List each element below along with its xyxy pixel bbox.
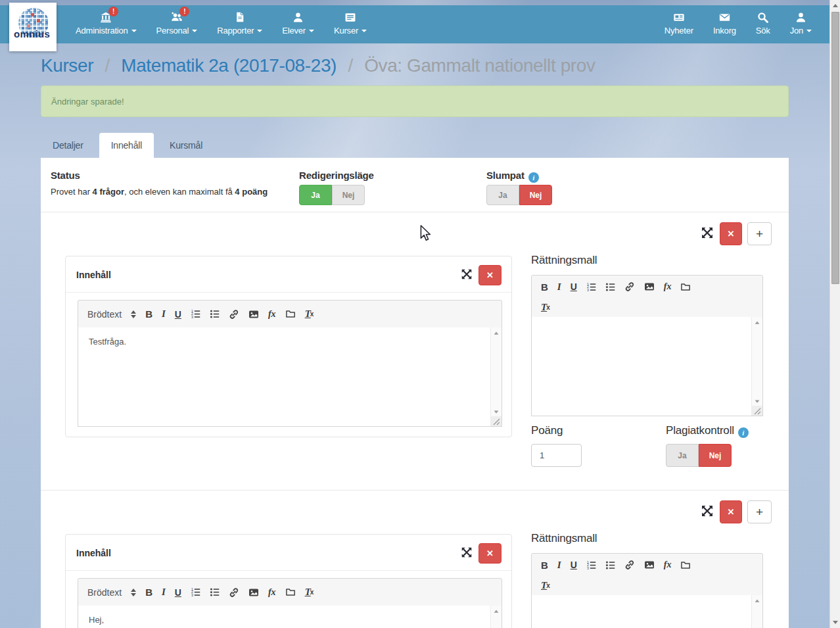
bold-icon[interactable]: B [145, 308, 152, 320]
image-icon[interactable] [644, 281, 655, 292]
expand-arrows-icon[interactable] [460, 268, 473, 281]
scroll-down-arrow[interactable] [833, 621, 838, 624]
remove-question-button[interactable]: ✕ [720, 222, 742, 245]
add-question-button[interactable]: + [747, 500, 772, 523]
innehall-title: Innehåll [76, 270, 111, 280]
scrollbar-thumb[interactable] [831, 12, 839, 284]
image-icon[interactable] [644, 560, 655, 570]
link-icon[interactable] [624, 560, 635, 570]
breadcrumb-link-kurser[interactable]: Kurser [41, 55, 93, 76]
clear-format-icon[interactable]: Tx [541, 302, 550, 313]
folder-icon[interactable] [680, 560, 691, 570]
rattningsmall-textarea[interactable] [531, 317, 763, 416]
nav-item-rapporter[interactable]: Rapporter [207, 5, 272, 43]
image-icon[interactable] [248, 309, 259, 320]
nav-item-nyheter[interactable]: Nyheter [655, 5, 703, 43]
omnius-logo[interactable]: omnius [9, 3, 57, 51]
slumpat-nej-button[interactable]: Nej [519, 185, 552, 205]
textarea-scrollbar[interactable] [490, 327, 502, 426]
info-icon[interactable]: i [738, 427, 749, 438]
tab-innehall[interactable]: Innehåll [99, 133, 154, 158]
formula-icon[interactable]: fx [268, 309, 276, 320]
underline-icon[interactable]: U [175, 309, 181, 320]
underline-icon[interactable]: U [571, 560, 577, 570]
nav-item-personal[interactable]: ! Personal [147, 5, 208, 43]
resize-grip[interactable] [490, 416, 502, 426]
nav-item-administration[interactable]: ! Administration [66, 5, 147, 43]
content-textarea[interactable]: Testfråga. [78, 327, 502, 427]
plagiatkontroll-ja-button[interactable]: Ja [666, 444, 699, 467]
unordered-list-icon[interactable] [605, 560, 615, 570]
bold-icon[interactable]: B [541, 281, 548, 293]
remove-content-button[interactable]: ✕ [478, 265, 502, 285]
add-question-button[interactable]: + [747, 222, 772, 245]
plagiatkontroll-label: Plagiatkontrolli [666, 424, 749, 438]
bold-icon[interactable]: B [145, 587, 152, 598]
question-section-1: ✕ + Innehåll ✕ Brödtext B I U 123 [41, 212, 789, 490]
tab-kursmal[interactable]: Kursmål [158, 133, 214, 158]
link-icon[interactable] [229, 587, 239, 598]
nav-item-sok[interactable]: Sök [746, 5, 780, 43]
formula-icon[interactable]: fx [664, 560, 672, 570]
sort-arrows-icon [131, 310, 136, 318]
bold-icon[interactable]: B [541, 560, 548, 571]
format-dropdown[interactable]: Brödtext [87, 587, 136, 598]
folder-icon[interactable] [285, 309, 296, 319]
content-textarea[interactable]: Hej, [78, 606, 502, 628]
italic-icon[interactable]: I [557, 281, 561, 293]
chevron-down-icon [806, 30, 812, 32]
page-scrollbar[interactable] [829, 0, 840, 628]
ordered-list-icon[interactable]: 123 [586, 560, 596, 570]
italic-icon[interactable]: I [162, 308, 166, 320]
textarea-scrollbar[interactable] [751, 595, 762, 628]
nav-label-inkorg: Inkorg [713, 26, 736, 36]
rattningsmall-textarea[interactable] [531, 595, 763, 628]
svg-text:3: 3 [191, 593, 193, 597]
expand-arrows-icon[interactable] [700, 226, 714, 240]
folder-icon[interactable] [680, 282, 691, 292]
ordered-list-icon[interactable]: 123 [586, 282, 596, 292]
info-icon[interactable]: i [528, 172, 539, 183]
poang-input[interactable] [531, 444, 582, 467]
status-heading: Status [51, 170, 80, 181]
underline-icon[interactable]: U [175, 587, 181, 598]
redigeringslage-ja-button[interactable]: Ja [299, 185, 332, 205]
slumpat-ja-button[interactable]: Ja [486, 185, 519, 205]
resize-grip[interactable] [751, 406, 762, 416]
ordered-list-icon[interactable]: 123 [191, 309, 200, 319]
scroll-up-arrow[interactable] [833, 4, 838, 7]
link-icon[interactable] [624, 281, 635, 292]
remove-question-button[interactable]: ✕ [720, 500, 742, 523]
underline-icon[interactable]: U [571, 281, 577, 292]
expand-arrows-icon[interactable] [700, 504, 714, 518]
remove-content-button[interactable]: ✕ [478, 543, 502, 564]
redigeringslage-nej-button[interactable]: Nej [332, 185, 365, 205]
textarea-scrollbar[interactable] [490, 606, 502, 628]
clear-format-icon[interactable]: Tx [305, 308, 314, 320]
formula-icon[interactable]: fx [664, 281, 672, 292]
unordered-list-icon[interactable] [210, 309, 220, 319]
nav-item-kurser[interactable]: Kurser [324, 5, 377, 43]
unordered-list-icon[interactable] [210, 587, 220, 597]
image-icon[interactable] [248, 587, 259, 598]
notification-badge: ! [108, 7, 118, 16]
nav-item-elever[interactable]: Elever [272, 5, 324, 43]
clear-format-icon[interactable]: Tx [305, 587, 314, 598]
nav-item-jon[interactable]: Jon [780, 5, 822, 43]
clear-format-icon[interactable]: Tx [541, 580, 550, 591]
formula-icon[interactable]: fx [268, 587, 276, 598]
plagiatkontroll-nej-button[interactable]: Nej [699, 444, 732, 467]
format-dropdown[interactable]: Brödtext [87, 309, 136, 320]
italic-icon[interactable]: I [557, 560, 561, 571]
link-icon[interactable] [229, 309, 239, 320]
nav-item-inkorg[interactable]: Inkorg [703, 5, 746, 43]
breadcrumb-separator: / [105, 55, 109, 76]
unordered-list-icon[interactable] [605, 282, 615, 292]
tab-detaljer[interactable]: Detaljer [41, 133, 95, 158]
folder-icon[interactable] [285, 587, 296, 597]
italic-icon[interactable]: I [162, 587, 166, 598]
breadcrumb-link-course[interactable]: Matematik 2a (2017-08-23) [121, 55, 337, 76]
ordered-list-icon[interactable]: 123 [191, 587, 200, 597]
textarea-scrollbar[interactable] [751, 317, 762, 416]
expand-arrows-icon[interactable] [460, 546, 473, 559]
